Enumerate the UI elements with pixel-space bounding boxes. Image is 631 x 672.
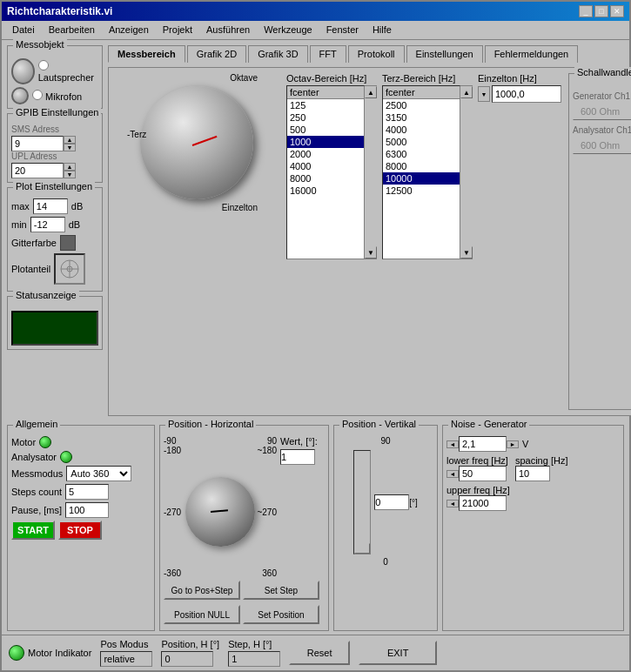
exit-button[interactable]: EXIT <box>359 641 437 665</box>
position-null-btn[interactable]: Position NULL <box>164 605 240 624</box>
noise-spacing-input[interactable] <box>515 466 550 481</box>
menu-projekt[interactable]: Projekt <box>156 23 199 37</box>
noise-upper-down[interactable]: ◄ <box>446 500 459 507</box>
upl-spinner: ▲ ▼ <box>11 163 98 178</box>
noise-v-up[interactable]: ► <box>507 440 519 448</box>
set-position-btn[interactable]: Set Position <box>243 605 319 624</box>
allgemein-title: Allgemein <box>13 419 60 429</box>
pos-h-input[interactable] <box>161 651 213 667</box>
menu-hilfe[interactable]: Hilfe <box>366 23 399 37</box>
terz-item-10000[interactable]: 10000 <box>383 172 460 185</box>
messmodus-select[interactable]: Auto 360 <box>66 466 131 481</box>
sms-down-btn[interactable]: ▼ <box>64 144 76 151</box>
octav-listbox-wrap: fcenter 125 250 500 1000 2000 4000 8000 … <box>286 85 377 259</box>
pos-buttons-row: Go to Pos+Step Set Step <box>164 581 325 602</box>
tab-fehlermeldungen[interactable]: Fehlermeldungen <box>485 45 579 63</box>
upl-up-btn[interactable]: ▲ <box>64 163 76 171</box>
close-button[interactable]: ✕ <box>610 5 624 17</box>
title-bar: Richtcharakteristik.vi _ □ ✕ <box>2 2 629 21</box>
freq-lists-area: Octav-Bereich [Hz] fcenter 125 250 500 1… <box>286 73 561 410</box>
terz-item-5000[interactable]: 5000 <box>383 136 460 148</box>
lautsprecher-radio[interactable] <box>38 60 49 71</box>
terz-scroll-down[interactable]: ▼ <box>460 246 473 259</box>
tab-grafik2d[interactable]: Grafik 2D <box>187 45 246 63</box>
pos-modus-input[interactable] <box>100 651 152 667</box>
minimize-button[interactable]: _ <box>579 5 593 17</box>
menu-ausfuehren[interactable]: Ausführen <box>199 23 257 37</box>
einzelton-input[interactable] <box>492 85 561 103</box>
tab-fft[interactable]: FFT <box>310 45 346 63</box>
octav-item-125[interactable]: 125 <box>287 99 364 111</box>
gen-dropdown[interactable]: 600 Ohm <box>573 103 631 120</box>
octav-item-250[interactable]: 250 <box>287 111 364 124</box>
steps-input[interactable] <box>65 484 109 500</box>
terz-item-8000[interactable]: 8000 <box>383 160 460 172</box>
min-input[interactable] <box>30 217 65 232</box>
upl-down-btn[interactable]: ▼ <box>64 171 76 178</box>
mikrofon-radio[interactable] <box>32 90 43 100</box>
wert-input[interactable] <box>280 449 315 465</box>
octav-item-8000[interactable]: 8000 <box>287 172 364 185</box>
tab-messbereich[interactable]: Messbereich <box>108 45 185 63</box>
menu-anzeigen[interactable]: Anzeigen <box>102 23 156 37</box>
max-input[interactable] <box>33 198 68 214</box>
pos-vert-group: Position - Vertikal 90 [°] 0 <box>333 425 438 631</box>
octav-item-2000[interactable]: 2000 <box>287 148 364 160</box>
noise-upper-input[interactable] <box>459 495 507 511</box>
start-stop-row: START STOP <box>11 521 151 540</box>
einzelton-down-btn[interactable]: ▼ <box>478 86 490 102</box>
terz-item-12500[interactable]: 12500 <box>383 185 460 197</box>
terz-item-4000[interactable]: 4000 <box>383 124 460 136</box>
set-step-btn[interactable]: Set Step <box>243 581 319 600</box>
goto-pos-step-btn[interactable]: Go to Pos+Step <box>164 581 240 600</box>
pause-input[interactable] <box>65 502 109 518</box>
noise-v-input[interactable] <box>459 436 507 452</box>
terz-item-3150[interactable]: 3150 <box>383 111 460 124</box>
vert-bot-label: 0 <box>383 557 388 567</box>
tab-protokoll[interactable]: Protokoll <box>348 45 405 63</box>
dial-neg270: -270 <box>164 507 181 517</box>
menu-bearbeiten[interactable]: Bearbeiten <box>42 23 102 37</box>
terz-scrollbar[interactable]: ▲ ▼ <box>460 85 473 259</box>
terz-listbox[interactable]: fcenter 2500 3150 4000 5000 6300 8000 10… <box>382 85 460 259</box>
octav-listbox[interactable]: fcenter 125 250 500 1000 2000 4000 8000 … <box>286 85 365 259</box>
noise-lower-input[interactable] <box>459 466 507 481</box>
sms-up-btn[interactable]: ▲ <box>64 136 76 144</box>
horiz-dial[interactable]: -270 ~270 <box>164 455 277 568</box>
crosshair-icon <box>57 257 82 281</box>
terz-item-6300[interactable]: 6300 <box>383 148 460 160</box>
vert-slider[interactable] <box>353 450 371 554</box>
maximize-button[interactable]: □ <box>594 5 608 17</box>
gitterfarbe-swatch[interactable] <box>60 235 76 251</box>
sms-input[interactable] <box>11 136 64 151</box>
upl-label: UPL Adress <box>11 151 98 161</box>
tab-grafik3d[interactable]: Grafik 3D <box>248 45 307 63</box>
octav-scroll-up[interactable]: ▲ <box>365 86 377 98</box>
step-h-input[interactable] <box>228 651 280 667</box>
menu-werkzeuge[interactable]: Werkzeuge <box>257 23 319 37</box>
start-button[interactable]: START <box>11 521 55 540</box>
noise-lower-down[interactable]: ◄ <box>446 470 459 478</box>
vert-deg-input[interactable] <box>374 494 409 510</box>
messobjekt-group: Messobjekt Lautsprecher Mikrofon <box>7 45 103 109</box>
octav-scrollbar[interactable]: ▲ ▼ <box>365 85 377 259</box>
octav-scroll-down[interactable]: ▼ <box>365 246 377 259</box>
terz-item-2500[interactable]: 2500 <box>383 99 460 111</box>
reset-button[interactable]: Reset <box>289 641 350 665</box>
noise-v-down[interactable]: ◄ <box>446 440 459 448</box>
upl-input[interactable] <box>11 163 64 178</box>
menu-datei[interactable]: Datei <box>5 23 42 37</box>
octav-item-16000[interactable]: 16000 <box>287 185 364 197</box>
ana-dropdown[interactable]: 600 Ohm <box>573 137 631 154</box>
analysator-label: Analysator <box>11 452 57 462</box>
octav-item-1000[interactable]: 1000 <box>287 136 364 148</box>
terz-scroll-up[interactable]: ▲ <box>460 86 473 98</box>
menu-fenster[interactable]: Fenster <box>319 23 366 37</box>
pos-h-group: Position, H [°] <box>161 639 219 667</box>
tab-einstellungen[interactable]: Einstellungen <box>406 45 483 63</box>
octav-item-500[interactable]: 500 <box>287 124 364 136</box>
plotanteil-crosshair[interactable] <box>54 253 85 285</box>
stop-button[interactable]: STOP <box>58 521 102 540</box>
knob-container[interactable]: Oktave -Terz Einzelton <box>127 73 266 212</box>
octav-item-4000[interactable]: 4000 <box>287 160 364 172</box>
